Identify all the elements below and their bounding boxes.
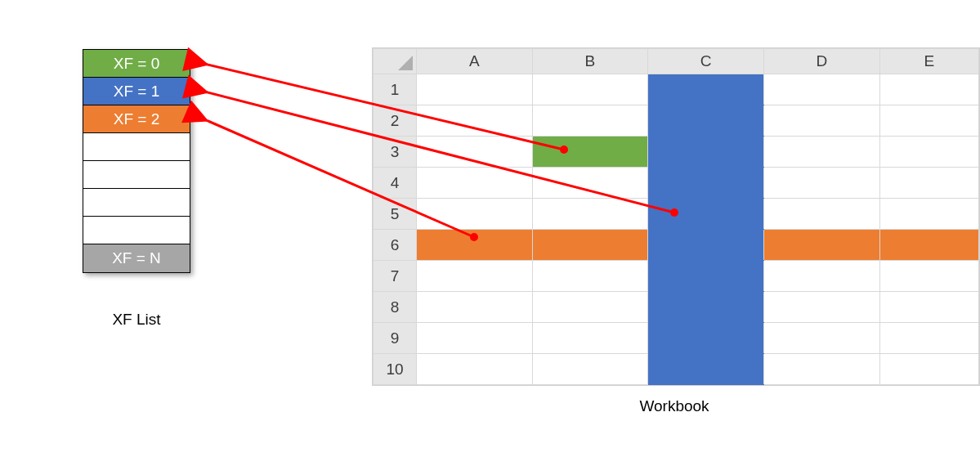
col-head-E[interactable]: E <box>879 49 978 74</box>
cell-E3[interactable] <box>879 137 978 168</box>
cell-A9[interactable] <box>417 323 533 354</box>
xf-item-4 <box>83 161 190 189</box>
cell-E6[interactable] <box>879 230 978 261</box>
cell-D6[interactable] <box>763 230 879 261</box>
cell-E5[interactable] <box>879 199 978 230</box>
row-head-2[interactable]: 2 <box>374 105 417 137</box>
xf-item-3 <box>83 133 190 161</box>
cell-D4[interactable] <box>763 168 879 199</box>
xf-item-5 <box>83 189 190 217</box>
cell-C8[interactable] <box>648 292 764 323</box>
cell-B5[interactable] <box>532 199 648 230</box>
svg-marker-0 <box>398 56 413 70</box>
row-head-9[interactable]: 9 <box>374 323 417 354</box>
cell-D7[interactable] <box>763 261 879 292</box>
cell-B9[interactable] <box>532 323 648 354</box>
cell-A5[interactable] <box>417 199 533 230</box>
cell-B10[interactable] <box>532 354 648 385</box>
cell-C2[interactable] <box>648 105 764 137</box>
cell-B2[interactable] <box>532 105 648 137</box>
cell-C5[interactable] <box>648 199 764 230</box>
cell-A3[interactable] <box>417 137 533 168</box>
row-head-10[interactable]: 10 <box>374 354 417 385</box>
cell-B4[interactable] <box>532 168 648 199</box>
cell-B1[interactable] <box>532 74 648 105</box>
cell-A10[interactable] <box>417 354 533 385</box>
cell-E8[interactable] <box>879 292 978 323</box>
xf-list: XF = 0 XF = 1 XF = 2 XF = N <box>83 49 190 273</box>
grid: A B C D E 1 2 3 4 5 6 7 8 9 10 <box>373 48 979 385</box>
cell-A2[interactable] <box>417 105 533 137</box>
cell-C4[interactable] <box>648 168 764 199</box>
xf-item-0: XF = 0 <box>83 50 190 78</box>
row-head-7[interactable]: 7 <box>374 261 417 292</box>
cell-B3[interactable] <box>532 137 648 168</box>
cell-E1[interactable] <box>879 74 978 105</box>
cell-A8[interactable] <box>417 292 533 323</box>
xf-item-7: XF = N <box>83 244 190 272</box>
xf-item-2: XF = 2 <box>83 105 190 133</box>
row-head-6[interactable]: 6 <box>374 230 417 261</box>
cell-B7[interactable] <box>532 261 648 292</box>
cell-A4[interactable] <box>417 168 533 199</box>
cell-E10[interactable] <box>879 354 978 385</box>
row-head-8[interactable]: 8 <box>374 292 417 323</box>
cell-D10[interactable] <box>763 354 879 385</box>
cell-C10[interactable] <box>648 354 764 385</box>
xf-item-1: XF = 1 <box>83 78 190 105</box>
cell-A7[interactable] <box>417 261 533 292</box>
row-head-1[interactable]: 1 <box>374 74 417 105</box>
workbook-label: Workbook <box>372 397 977 415</box>
xf-list-label: XF List <box>83 311 190 329</box>
cell-A1[interactable] <box>417 74 533 105</box>
cell-E4[interactable] <box>879 168 978 199</box>
cell-C6[interactable] <box>648 230 764 261</box>
col-head-C[interactable]: C <box>648 49 764 74</box>
cell-C1[interactable] <box>648 74 764 105</box>
col-head-D[interactable]: D <box>763 49 879 74</box>
cell-D5[interactable] <box>763 199 879 230</box>
cell-A6[interactable] <box>417 230 533 261</box>
col-head-A[interactable]: A <box>417 49 533 74</box>
row-head-4[interactable]: 4 <box>374 168 417 199</box>
cell-D1[interactable] <box>763 74 879 105</box>
row-head-3[interactable]: 3 <box>374 137 417 168</box>
cell-C9[interactable] <box>648 323 764 354</box>
workbook-sheet: A B C D E 1 2 3 4 5 6 7 8 9 10 <box>372 47 980 386</box>
cell-D3[interactable] <box>763 137 879 168</box>
col-head-B[interactable]: B <box>532 49 648 74</box>
cell-D9[interactable] <box>763 323 879 354</box>
cell-C3[interactable] <box>648 137 764 168</box>
cell-E2[interactable] <box>879 105 978 137</box>
cell-D8[interactable] <box>763 292 879 323</box>
cell-C7[interactable] <box>648 261 764 292</box>
cell-E9[interactable] <box>879 323 978 354</box>
row-head-5[interactable]: 5 <box>374 199 417 230</box>
cell-B6[interactable] <box>532 230 648 261</box>
cell-D2[interactable] <box>763 105 879 137</box>
xf-item-6 <box>83 217 190 244</box>
cell-E7[interactable] <box>879 261 978 292</box>
select-all-corner[interactable] <box>374 49 417 74</box>
cell-B8[interactable] <box>532 292 648 323</box>
